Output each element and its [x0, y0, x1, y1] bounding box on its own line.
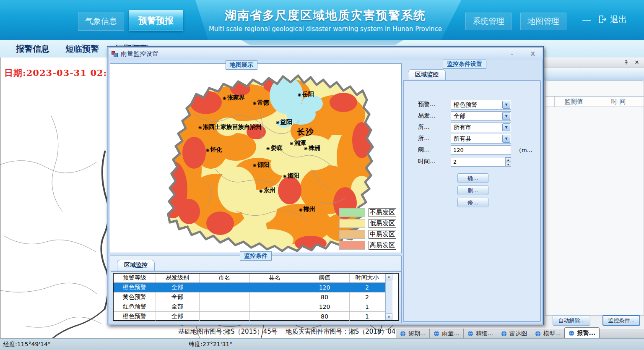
bottom-tab-shortterm[interactable]: 短期... [396, 329, 429, 338]
dock-col-time: 时 间 [593, 97, 644, 107]
monitor-group-label: 监控条件 [240, 251, 272, 261]
monitor-condition-button[interactable]: 监控条件... [602, 315, 640, 326]
nav-tab-warning[interactable]: 预警预报 [129, 10, 183, 31]
pin-icon[interactable] [623, 60, 629, 65]
duration-label: 时间… [418, 158, 436, 165]
city-label: ◉娄底 [266, 144, 283, 152]
col-warning-level: 预警等级 [114, 274, 156, 282]
chevron-down-icon[interactable]: ▼ [502, 123, 510, 131]
nav-tab-system[interactable]: 系统管理 [465, 13, 512, 30]
legend-row: 中易发区 [339, 230, 396, 239]
table-scrollbar[interactable]: ∧ ∨ [385, 274, 392, 320]
scroll-up-icon[interactable]: ∧ [386, 274, 392, 280]
dock-table-header: 监测值 时 间 [545, 96, 644, 107]
exit-label: 退出 [610, 14, 627, 25]
city-label: 长沙 [297, 127, 314, 138]
auto-release-button[interactable]: 自动解除... [553, 315, 590, 326]
duration-spinner[interactable]: ▲▼ [505, 157, 511, 166]
chevron-down-icon[interactable]: ▼ [502, 101, 510, 109]
warning-level-label: 预警… [418, 101, 436, 108]
bottom-tab-fine[interactable]: 精细... [463, 329, 497, 338]
col-duration: 时间大小 [349, 274, 385, 282]
dialog-close-button[interactable]: X [527, 50, 538, 58]
risk-legend: 不易发区 低易发区 中易发区 高易发区 [339, 208, 396, 252]
nav-tab-mapmgmt[interactable]: 地图管理 [520, 13, 566, 30]
bottom-tab-model[interactable]: 模型... [531, 329, 564, 338]
subnav-item-nowcast[interactable]: 短临预警 [65, 43, 99, 55]
legend-swatch [339, 219, 365, 228]
bottom-tab-label: 模型... [543, 330, 561, 337]
county-select[interactable]: 所有县 ▼ [451, 134, 511, 144]
spin-up-icon[interactable]: ▲ [505, 157, 511, 162]
table-row[interactable]: 橙色预警全部1202 [114, 282, 385, 292]
subnav-item-alarm[interactable]: 报警信息 [16, 43, 49, 55]
city-label: ◉湘西土家族苗族自治州 [198, 123, 262, 131]
bottom-tab-label: 雨量... [442, 330, 459, 337]
status-bar: 经度:115°49'14" 纬度:27°21'31" [0, 338, 644, 350]
alarm-dock-panel: ✕ 监测值 时 间 自动解除... 监控条件... [544, 57, 644, 338]
city-marker-icon: ◉ [206, 148, 210, 152]
map-group-label: 地图展示 [226, 60, 257, 70]
city-marker-icon: ◉ [266, 146, 270, 151]
monitor-table: 预警等级 易发级别 市名 县名 阈值 时间大小 橙色预警全部1202 [113, 273, 399, 321]
susceptibility-label: 易发… [418, 112, 436, 120]
warning-level-select[interactable]: 橙色预警 ▼ [451, 100, 511, 110]
city-marker-icon: ◉ [298, 92, 301, 97]
chevron-down-icon[interactable]: ▼ [502, 112, 510, 120]
confirm-button[interactable]: 确… [457, 173, 488, 183]
city-label: ◉株洲 [304, 144, 320, 152]
city-label: ◉湘潭 [290, 139, 306, 147]
dialog-titlebar[interactable]: 雨量监控设置 – X [109, 48, 543, 60]
city-label-trunc: 所… [418, 123, 430, 131]
city-marker-icon: ◉ [283, 174, 287, 178]
table-row[interactable]: 黄色预警全部802 [114, 292, 385, 302]
city-label: ◉怀化 [206, 146, 222, 154]
dock-titlebar: ✕ [544, 57, 644, 68]
duration-input[interactable] [451, 157, 511, 167]
city-label: ◉邵阳 [253, 161, 269, 169]
table-row[interactable]: 橙色预警全部801 [114, 311, 385, 321]
city-marker-icon: ◉ [253, 163, 257, 167]
city-marker-icon: ◉ [253, 101, 257, 105]
bottom-tab-rainfall[interactable]: 雨量... [429, 329, 463, 338]
bottom-tab-strip: 短期... 雨量... 精细... 雷达图 模型... 报警... [396, 329, 644, 338]
county-label-trunc: 所… [418, 135, 430, 142]
dialog-minimize-button[interactable]: – [506, 50, 517, 58]
header-notch [232, 40, 413, 45]
dock-gradient-strip [544, 68, 644, 81]
settings-tab-region[interactable]: 区域监控 [408, 69, 446, 80]
threshold-input[interactable] [451, 145, 511, 155]
settings-group-label: 监控条件设置 [443, 60, 486, 69]
application-window: 日期:2023-03-31 02:02 基础地图审图号:湘S（2015）45号 … [0, 0, 644, 350]
city-select[interactable]: 所有市 ▼ [451, 123, 511, 132]
modify-button[interactable]: 修… [457, 198, 488, 207]
chevron-down-icon[interactable]: ▼ [502, 135, 510, 143]
city-marker-icon: ◉ [259, 188, 263, 193]
globe-icon [501, 331, 507, 337]
close-icon[interactable]: ✕ [634, 60, 640, 65]
monitor-tab-region[interactable]: 区域监控 [117, 260, 155, 271]
threshold-label: 阈… [418, 146, 430, 154]
city-label: ◉岳阳 [298, 91, 314, 98]
bottom-tab-label: 短期... [408, 330, 426, 337]
dock-col-monitor-value: 监测值 [555, 97, 593, 107]
susceptibility-select[interactable]: 全部 ▼ [451, 111, 511, 121]
city-marker-icon: ◉ [198, 125, 202, 130]
scroll-down-icon[interactable]: ∨ [386, 313, 392, 320]
city-marker-icon: ◉ [304, 146, 308, 151]
city-marker-icon: ◉ [276, 120, 280, 125]
delete-button[interactable]: 删… [457, 185, 488, 195]
bottom-tab-alarm[interactable]: 报警... [564, 327, 600, 338]
app-title: 湖南省多尺度区域地质灾害预警系统 [225, 8, 426, 24]
col-county: 县名 [249, 274, 300, 282]
legend-swatch [339, 241, 365, 250]
city-label: ◉益阳 [276, 118, 292, 126]
globe-icon [535, 331, 541, 337]
nav-tab-weather[interactable]: 气象信息 [78, 12, 124, 31]
bottom-tab-radar[interactable]: 雷达图 [497, 329, 531, 338]
table-row[interactable]: 红色预警全部1201 [114, 302, 385, 311]
exit-button[interactable]: 退出 [598, 12, 627, 27]
spin-down-icon[interactable]: ▼ [505, 162, 511, 167]
col-susceptibility: 易发级别 [156, 274, 199, 282]
window-minimize-button[interactable]: — [580, 13, 593, 26]
